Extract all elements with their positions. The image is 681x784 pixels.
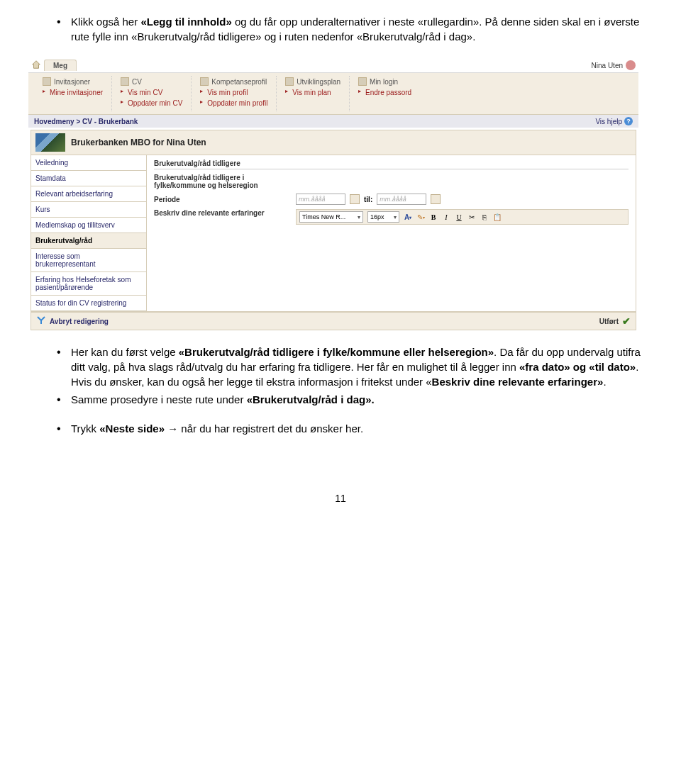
done-label: Utført — [599, 318, 619, 325]
content-body: Veiledning Stamdata Relevant arbeidserfa… — [31, 155, 636, 312]
nav-head[interactable]: CV — [121, 77, 182, 86]
bold-text: «fra dato» og «til dato» — [519, 361, 636, 373]
avatar-icon — [626, 60, 636, 70]
bold-text: «Legg til innhold» — [140, 16, 235, 28]
sidebar-item-arbeidserfaring[interactable]: Relevant arbeidserfaring — [31, 186, 146, 202]
bold-text: «Brukerutvalg/råd i dag». — [247, 393, 375, 405]
bullets-bottom: Her kan du først velge «Brukerutvalg/råd… — [35, 345, 646, 407]
nav-link[interactable]: Mine invitasjoner — [43, 87, 103, 98]
sidebar-item-status[interactable]: Status for din CV registrering — [31, 296, 146, 311]
sidebar-item-kurs[interactable]: Kurs — [31, 202, 146, 218]
nav-link[interactable]: Vis min profil — [200, 87, 267, 98]
nav-title: Invitasjoner — [54, 78, 90, 86]
banner-image — [35, 133, 65, 152]
text: Trykk — [71, 422, 99, 435]
label-periode: Periode — [154, 196, 296, 203]
breadcrumb-bar: Hovedmeny > CV - Brukerbank Vis hjelp ? — [28, 115, 638, 128]
user-display[interactable]: Nina Uten — [592, 60, 636, 70]
bold-icon[interactable]: B — [429, 213, 438, 221]
breadcrumb[interactable]: Hovedmeny > CV - Brukerbank — [34, 118, 138, 125]
user-name: Nina Uten — [592, 62, 623, 69]
done-button[interactable]: Utført ✔ — [599, 316, 631, 326]
home-icon[interactable] — [31, 60, 44, 71]
row-beskriv: Beskriv dine relevante erfaringer Times … — [154, 209, 629, 230]
nav-col-login: Min login Endre passord — [350, 76, 420, 111]
calendar-icon[interactable] — [350, 194, 360, 204]
bullets-last: Trykk «Neste side» → når du har registre… — [35, 421, 646, 436]
text: Samme prosedyre i neste rute under — [71, 393, 247, 405]
help-link[interactable]: Vis hjelp ? — [595, 117, 633, 125]
nav-link[interactable]: Oppdater min profil — [200, 98, 267, 108]
sidebar-item-erfaring[interactable]: Erfaring hos Helseforetak som pasient/på… — [31, 272, 146, 296]
font-select[interactable]: Times New R...▾ — [299, 211, 363, 223]
bold-text: «Neste side» — [99, 422, 167, 435]
sidebar-item-veiledning[interactable]: Veiledning — [31, 155, 146, 171]
nav-head[interactable]: Kompetanseprofil — [200, 77, 267, 86]
topbar: Meg Nina Uten — [28, 58, 638, 73]
highlight-icon[interactable]: ✎▾ — [416, 213, 425, 221]
sidebar: Veiledning Stamdata Relevant arbeidserfa… — [31, 155, 147, 312]
page-title: Brukerbanken MBO for Nina Uten — [71, 138, 206, 147]
bullet-item: Her kan du først velge «Brukerutvalg/råd… — [57, 345, 646, 389]
row-tidligere: Brukerutvalg/råd tidligere i fylke/kommu… — [154, 174, 629, 189]
bullets-top: Klikk også her «Legg til innhold» og du … — [35, 14, 646, 44]
tab-label: Meg — [53, 62, 67, 69]
row-periode: Periode mm.åååå til: mm.åååå — [154, 194, 629, 205]
size-select[interactable]: 16px▾ — [367, 211, 399, 223]
chevron-down-icon: ▾ — [394, 214, 397, 220]
textcolor-icon[interactable]: A▾ — [404, 213, 412, 221]
cancel-button[interactable]: Avbryt redigering — [35, 315, 109, 327]
nav-col-cv: CV Vis min CV Oppdater min CV — [112, 76, 192, 111]
sidebar-item-brukerutvalg[interactable]: Brukerutvalg/råd — [31, 233, 146, 249]
sidebar-item-interesse[interactable]: Interesse som brukerrepresentant — [31, 249, 146, 272]
italic-icon[interactable]: I — [442, 213, 450, 221]
arrow-icon: → — [167, 422, 181, 435]
date-to-input[interactable]: mm.åååå — [377, 194, 426, 205]
chart-icon — [285, 77, 294, 86]
bullet-item: Samme prosedyre i neste rute under «Bruk… — [57, 392, 646, 407]
nav-head[interactable]: Invitasjoner — [43, 77, 103, 86]
nav-head[interactable]: Utviklingsplan — [285, 77, 340, 86]
main-panel: Brukerutvalg/råd tidligere Brukerutvalg/… — [147, 155, 636, 312]
document-icon — [121, 77, 129, 86]
chevron-down-icon: ▾ — [358, 214, 360, 220]
help-icon: ? — [624, 117, 633, 125]
nav-head[interactable]: Min login — [358, 77, 411, 86]
sidebar-item-medlemskap[interactable]: Medlemskap og tillitsverv — [31, 218, 146, 233]
sidebar-item-stamdata[interactable]: Stamdata — [31, 171, 146, 186]
nav-link[interactable]: Endre passord — [358, 87, 411, 98]
section-title: Brukerutvalg/råd tidligere — [154, 159, 629, 169]
nav-col-invitasjoner: Invitasjoner Mine invitasjoner — [34, 76, 112, 111]
bullet-item: Trykk «Neste side» → når du har registre… — [57, 421, 646, 436]
label-til: til: — [364, 196, 372, 203]
bold-text: Beskriv dine relevante erfaringer» — [432, 376, 604, 388]
bullet-item: Klikk også her «Legg til innhold» og du … — [57, 14, 646, 44]
calendar-icon[interactable] — [431, 194, 441, 204]
nav-title: Min login — [370, 78, 398, 86]
nav-link[interactable]: Vis min CV — [121, 87, 182, 98]
text: . — [603, 376, 606, 388]
nav-link[interactable]: Vis min plan — [285, 87, 340, 98]
tab-meg[interactable]: Meg — [44, 60, 77, 71]
copy-icon[interactable]: ⎘ — [480, 213, 489, 221]
cut-icon[interactable]: ✂ — [467, 213, 476, 221]
nav-title: CV — [132, 78, 142, 86]
folder-icon — [43, 77, 51, 86]
page-number: 11 — [35, 493, 646, 504]
nav-link[interactable]: Oppdater min CV — [121, 98, 182, 108]
app-screenshot: Meg Nina Uten Invitasjoner Mine invitasj… — [28, 58, 638, 330]
cancel-label: Avbryt redigering — [50, 318, 109, 325]
nav-title: Utviklingsplan — [297, 78, 340, 86]
person-icon — [200, 77, 209, 86]
label-tidligere: Brukerutvalg/råd tidligere i fylke/kommu… — [154, 174, 296, 189]
date-from-input[interactable]: mm.åååå — [296, 194, 345, 205]
text: Klikk også her — [71, 16, 140, 28]
footer-bar: Avbryt redigering Utført ✔ — [31, 312, 636, 330]
key-icon — [358, 77, 367, 86]
text: når du har registrert det du ønsker her. — [181, 422, 363, 435]
text: Her kan du først velge — [71, 346, 179, 358]
nav-col-kompetanse: Kompetanseprofil Vis min profil Oppdater… — [192, 76, 277, 111]
underline-icon[interactable]: U — [455, 213, 463, 221]
paste-icon[interactable]: 📋 — [493, 213, 502, 221]
editor-toolbar: Times New R...▾ 16px▾ A▾ ✎▾ B I U ✂ ⎘ 📋 — [296, 209, 629, 225]
